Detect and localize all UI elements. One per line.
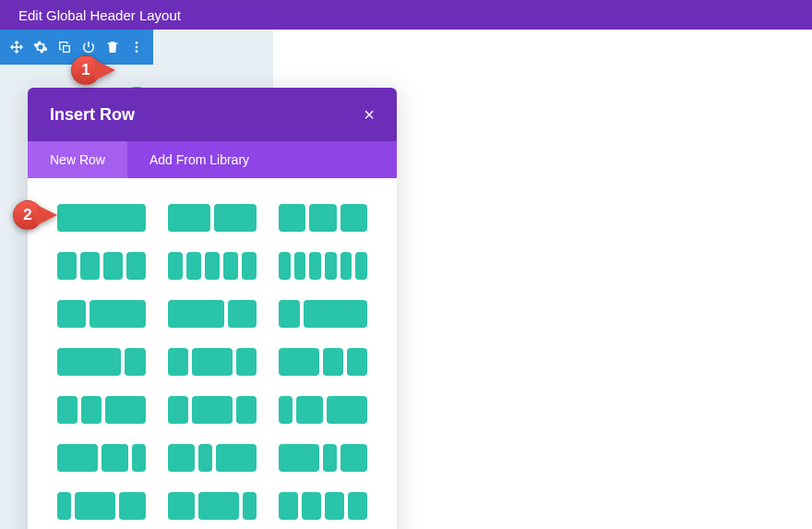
- layout-column: [340, 444, 367, 472]
- layout-column: [105, 396, 146, 424]
- layout-column: [216, 444, 257, 472]
- layout-option[interactable]: [168, 396, 257, 424]
- layout-column: [81, 396, 102, 424]
- layout-option[interactable]: [57, 444, 146, 472]
- layout-column: [75, 492, 115, 520]
- layout-option[interactable]: [57, 300, 146, 328]
- gear-icon[interactable]: [30, 36, 52, 58]
- layout-option[interactable]: [279, 348, 367, 376]
- insert-row-modal: Insert Row × New Row Add From Library: [28, 88, 397, 529]
- tab-add-from-library[interactable]: Add From Library: [127, 141, 271, 178]
- layout-column: [236, 396, 257, 424]
- top-bar: Edit Global Header Layout: [0, 0, 812, 30]
- layout-column: [228, 300, 257, 328]
- layout-column: [192, 348, 233, 376]
- layout-column: [168, 348, 188, 376]
- modal-tabs: New Row Add From Library: [28, 141, 397, 178]
- layout-column: [348, 492, 367, 520]
- layout-column: [304, 300, 367, 328]
- layout-column: [125, 348, 146, 376]
- layout-option[interactable]: [279, 492, 367, 520]
- layout-column: [57, 204, 146, 232]
- layout-option[interactable]: [279, 204, 367, 232]
- layout-column: [243, 492, 257, 520]
- layout-column: [186, 252, 201, 280]
- layout-column: [102, 444, 128, 472]
- callout-arrow-icon: [37, 205, 57, 225]
- modal-header: Insert Row ×: [28, 88, 397, 141]
- layout-option[interactable]: [168, 492, 257, 520]
- layout-row: [57, 348, 367, 376]
- layout-row: [57, 444, 367, 472]
- layout-column: [323, 348, 343, 376]
- layout-column: [57, 252, 77, 280]
- layout-option[interactable]: [279, 300, 367, 328]
- layout-column: [57, 396, 78, 424]
- layout-column: [57, 444, 98, 472]
- layout-option[interactable]: [168, 348, 257, 376]
- layout-column: [214, 204, 257, 232]
- layout-option[interactable]: [57, 492, 146, 520]
- layout-row: [57, 252, 367, 280]
- layout-option[interactable]: [168, 444, 257, 472]
- callout-arrow-icon: [95, 60, 115, 80]
- layout-column: [279, 348, 319, 376]
- layout-option[interactable]: [57, 252, 146, 280]
- layout-column: [132, 444, 146, 472]
- layout-column: [323, 444, 337, 472]
- layout-column: [309, 204, 336, 232]
- layout-column: [57, 492, 71, 520]
- layout-column: [80, 252, 100, 280]
- layout-column: [223, 252, 238, 280]
- layout-column: [279, 492, 298, 520]
- layout-column: [168, 300, 224, 328]
- layout-column: [57, 348, 121, 376]
- svg-point-2: [136, 50, 138, 53]
- page-title: Edit Global Header Layout: [18, 7, 181, 23]
- layout-column: [325, 492, 344, 520]
- layout-column: [198, 444, 212, 472]
- tab-new-row[interactable]: New Row: [28, 141, 127, 178]
- layout-option[interactable]: [57, 396, 146, 424]
- close-icon[interactable]: ×: [364, 104, 375, 126]
- layout-column: [198, 492, 239, 520]
- layout-column: [340, 252, 352, 280]
- layout-option[interactable]: [57, 204, 146, 232]
- layout-grid: [28, 178, 397, 529]
- svg-point-1: [136, 46, 138, 49]
- layout-column: [126, 252, 146, 280]
- layout-option[interactable]: [168, 300, 257, 328]
- layout-option[interactable]: [279, 444, 367, 472]
- layout-column: [205, 252, 220, 280]
- callout-1: 1: [71, 55, 115, 85]
- layout-column: [340, 204, 367, 232]
- layout-column: [236, 348, 257, 376]
- layout-row: [57, 396, 367, 424]
- layout-column: [327, 396, 367, 424]
- layout-column: [309, 252, 321, 280]
- layout-column: [90, 300, 146, 328]
- move-icon[interactable]: [6, 36, 28, 58]
- layout-column: [279, 252, 291, 280]
- layout-row: [57, 300, 367, 328]
- layout-column: [168, 444, 195, 472]
- layout-row: [57, 492, 367, 520]
- layout-option[interactable]: [168, 204, 257, 232]
- layout-option[interactable]: [279, 396, 367, 424]
- layout-column: [242, 252, 257, 280]
- layout-column: [119, 492, 146, 520]
- layout-column: [294, 252, 306, 280]
- layout-column: [296, 396, 323, 424]
- layout-column: [103, 252, 123, 280]
- layout-option[interactable]: [57, 348, 146, 376]
- layout-column: [347, 348, 367, 376]
- layout-column: [168, 492, 195, 520]
- layout-option[interactable]: [168, 252, 257, 280]
- callout-2: 2: [13, 200, 57, 230]
- layout-row: [57, 204, 367, 232]
- layout-column: [302, 492, 321, 520]
- svg-point-0: [136, 42, 138, 44]
- more-icon[interactable]: [125, 36, 148, 58]
- layout-option[interactable]: [279, 252, 367, 280]
- layout-column: [57, 300, 86, 328]
